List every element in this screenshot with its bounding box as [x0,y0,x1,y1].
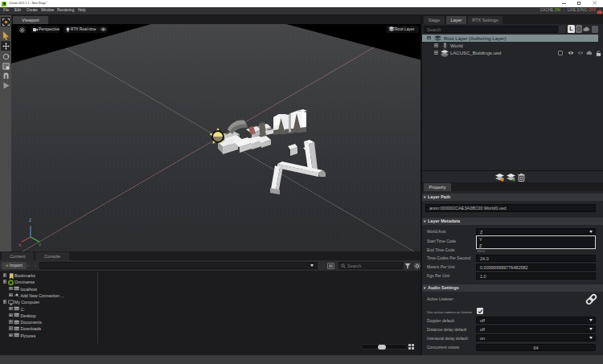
svg-text:Z: Z [29,218,31,223]
